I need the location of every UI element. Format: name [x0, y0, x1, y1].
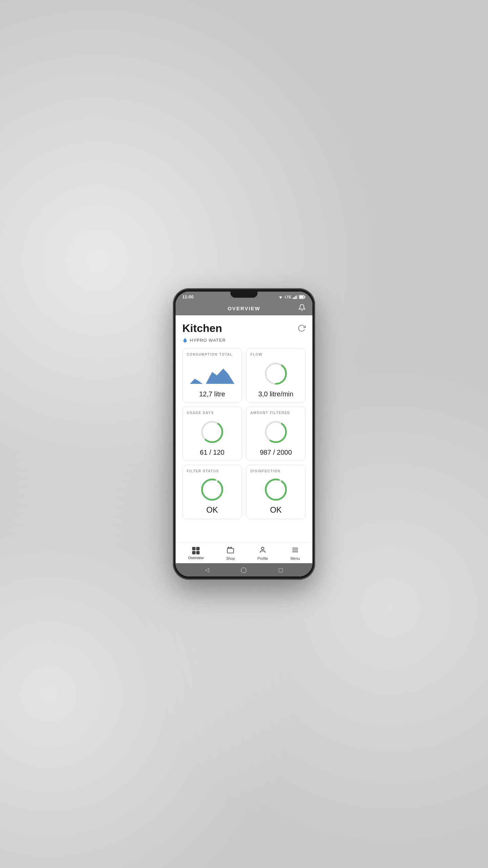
- phone-screen: 11:00 LTE: [176, 292, 312, 576]
- overview-icon: [192, 547, 200, 554]
- filter-status-gauge-svg: [199, 476, 226, 503]
- svg-rect-3: [293, 298, 294, 299]
- shop-icon: [227, 546, 234, 555]
- consumption-chart-svg: [187, 360, 238, 387]
- bell-button[interactable]: [298, 304, 306, 313]
- svg-point-23: [262, 547, 264, 550]
- menu-icon-svg: [291, 546, 299, 554]
- svg-rect-22: [227, 548, 233, 553]
- filter-status-card: FILTER STATUS OK: [182, 465, 242, 519]
- signal-icon: [293, 295, 298, 299]
- notch: [230, 292, 258, 298]
- amount-filtered-title: AMOUNT FILTERED: [250, 411, 290, 415]
- menu-icon: [291, 546, 299, 555]
- android-home-button[interactable]: ◯: [241, 567, 247, 573]
- amount-filtered-gauge-svg: [262, 418, 289, 446]
- bell-icon: [298, 304, 306, 311]
- nav-menu[interactable]: Menu: [290, 546, 300, 560]
- svg-marker-11: [206, 369, 234, 384]
- disinfection-value: OK: [270, 505, 282, 515]
- flow-gauge: [250, 359, 301, 388]
- bottom-nav: Overview Shop: [177, 542, 311, 563]
- svg-rect-8: [305, 296, 305, 298]
- profile-icon: [259, 546, 266, 555]
- amount-filtered-gauge: [250, 417, 301, 447]
- main-content: Kitchen HYPRO WATER CO: [177, 315, 311, 542]
- nav-profile[interactable]: Profile: [258, 546, 268, 560]
- header-title: OVERVIEW: [228, 305, 261, 311]
- disinfection-gauge: [250, 476, 301, 503]
- wifi-icon: [278, 295, 283, 299]
- svg-rect-6: [297, 295, 298, 299]
- amount-filtered-value: 987 / 2000: [260, 449, 292, 456]
- amount-filtered-card: AMOUNT FILTERED 987 / 2000: [246, 407, 306, 461]
- profile-icon-svg: [259, 546, 266, 554]
- device-name: HYPRO WATER: [190, 338, 226, 343]
- consumption-value: 12,7 litre: [199, 390, 225, 398]
- refresh-button[interactable]: [298, 324, 306, 334]
- svg-point-2: [280, 298, 281, 299]
- status-time: 11:00: [182, 294, 194, 299]
- nav-profile-label: Profile: [258, 556, 268, 560]
- filter-status-value: OK: [206, 505, 218, 515]
- consumption-chart: [187, 359, 238, 388]
- flow-title: FLOW: [250, 353, 262, 356]
- disinfection-gauge-svg: [262, 476, 289, 503]
- nav-shop-label: Shop: [226, 556, 235, 560]
- svg-rect-5: [296, 296, 297, 299]
- disinfection-card: DISINFECTION OK: [246, 465, 306, 519]
- usage-days-gauge-svg: [199, 418, 226, 446]
- lte-label: LTE: [285, 295, 291, 299]
- android-recents-button[interactable]: ▢: [278, 567, 283, 573]
- android-back-button[interactable]: ◁: [205, 567, 209, 573]
- shop-icon-svg: [227, 546, 234, 554]
- nav-shop[interactable]: Shop: [226, 546, 235, 560]
- consumption-title: CONSUMPTION TOTAL: [187, 353, 233, 356]
- filter-status-gauge: [187, 476, 238, 503]
- svg-rect-9: [300, 296, 304, 298]
- status-icons: LTE: [278, 295, 306, 299]
- flow-card: FLOW 3,0 litre/min: [246, 348, 306, 402]
- nav-menu-label: Menu: [290, 556, 300, 560]
- svg-point-19: [202, 479, 222, 500]
- nav-overview[interactable]: Overview: [188, 547, 204, 560]
- svg-point-21: [266, 479, 286, 500]
- svg-marker-10: [190, 379, 203, 384]
- svg-rect-4: [294, 297, 295, 299]
- usage-days-gauge: [187, 417, 238, 447]
- phone-frame: 11:00 LTE: [173, 288, 315, 580]
- filter-status-title: FILTER STATUS: [187, 469, 219, 473]
- flow-value: 3,0 litre/min: [258, 390, 293, 398]
- refresh-icon: [298, 324, 306, 332]
- consumption-card: CONSUMPTION TOTAL 12,7 litre: [182, 348, 242, 402]
- water-drop-icon: [182, 337, 188, 343]
- usage-days-title: USAGE DAYS: [187, 411, 214, 415]
- disinfection-title: DISINFECTION: [250, 469, 281, 473]
- cards-grid: CONSUMPTION TOTAL 12,7 litre FLOW: [182, 348, 306, 519]
- location-header: Kitchen: [182, 322, 306, 335]
- usage-days-card: USAGE DAYS 61 / 120: [182, 407, 242, 461]
- location-title: Kitchen: [182, 322, 222, 335]
- app-header: OVERVIEW: [176, 301, 312, 315]
- nav-overview-label: Overview: [188, 556, 204, 560]
- device-info: HYPRO WATER: [182, 337, 306, 343]
- android-nav: ◁ ◯ ▢: [176, 563, 312, 576]
- battery-icon: [299, 295, 306, 299]
- flow-gauge-svg: [262, 360, 289, 387]
- usage-days-value: 61 / 120: [200, 449, 224, 456]
